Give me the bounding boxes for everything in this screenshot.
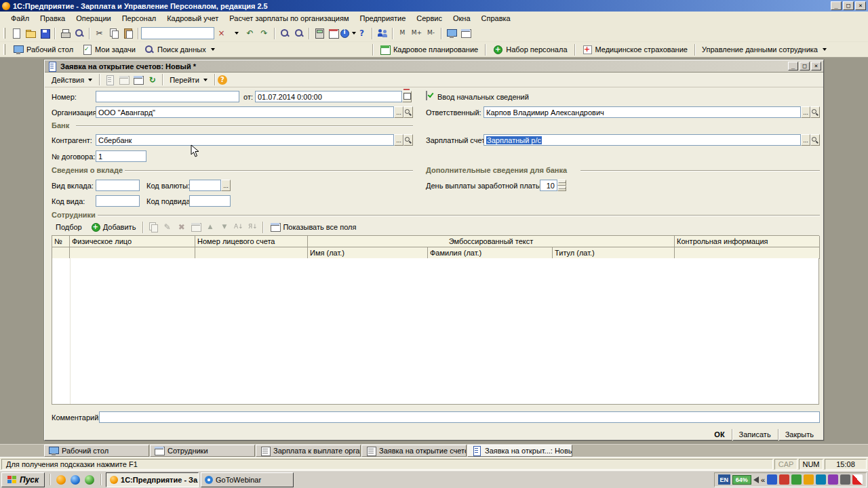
responsible-input[interactable] [484,106,801,118]
find-next-icon[interactable] [292,26,306,41]
help-icon[interactable]: ? [355,26,369,41]
menu-edit[interactable]: Правка [35,12,71,24]
close-doc-button[interactable]: Закрыть [781,429,818,440]
menu-hr-accounting[interactable]: Кадровый учет [161,12,224,24]
number-input[interactable] [96,91,239,102]
tab-desktop[interactable]: Рабочий стол [44,445,149,457]
menu-personnel[interactable]: Персонал [117,12,162,24]
move-down-icon[interactable]: ▼ [217,220,231,235]
salary-account-open-button[interactable] [810,134,820,146]
kind-code-input[interactable] [96,195,140,207]
tray-icon-4[interactable] [804,474,814,485]
payday-spinner[interactable] [557,180,566,191]
print-icon[interactable] [58,26,72,41]
contragent-input[interactable] [96,134,394,146]
new-document-icon[interactable] [9,26,23,41]
organization-select-button[interactable]: ... [394,106,403,118]
initial-data-checkbox[interactable] [426,91,427,100]
col-num[interactable]: № [52,236,70,247]
tab-salary-payout[interactable]: Зарплата к выплате органи... [256,445,361,457]
quick-search-input[interactable] [141,27,214,39]
start-button[interactable]: Пуск [1,472,45,487]
desktop-button[interactable]: Рабочий стол [9,43,77,56]
tab-account-requests[interactable]: Заявка на открытие счетов [361,445,467,457]
salary-account-input[interactable]: Зарплатный р/с [484,134,801,146]
pick-button[interactable]: Подбор [52,222,86,232]
calculator-icon[interactable] [312,26,326,41]
tray-icon-6[interactable] [828,474,838,485]
volume-icon[interactable] [753,476,759,483]
users-icon[interactable] [375,26,389,41]
sort-desc-icon[interactable]: Я↓ [245,220,260,235]
search-dropdown-icon[interactable] [229,26,243,41]
actions-button[interactable]: Действия [47,75,96,85]
copy-row-icon[interactable] [146,220,160,235]
quicklaunch-1c-icon[interactable] [55,474,67,486]
goto-button[interactable]: Перейти [165,75,212,85]
table-icon[interactable] [117,73,131,87]
add-button[interactable]: Добавить [86,220,140,234]
grid-icon[interactable] [458,26,473,41]
menu-help[interactable]: Справка [476,12,516,24]
copy-icon[interactable] [106,26,121,41]
close-button[interactable]: × [855,1,866,10]
tray-icon-1[interactable] [767,474,777,485]
contract-input[interactable] [96,150,146,162]
toolbar-grip[interactable] [3,44,5,55]
col-name[interactable]: Имя (лат.) [308,247,428,259]
tray-icon-2[interactable] [779,474,789,485]
memory-m-button[interactable]: М [395,26,410,41]
write-button[interactable]: Записать [735,429,775,440]
move-up-icon[interactable]: ▲ [203,220,217,235]
menu-service[interactable]: Сервис [411,12,448,24]
memory-minus-button[interactable]: М- [424,26,438,41]
open-icon[interactable] [23,26,37,41]
monitor-icon[interactable] [444,26,458,41]
data-search-button[interactable]: Поиск данных [140,43,219,56]
save-document-icon[interactable] [102,73,117,87]
ok-button[interactable]: ОК [710,429,728,440]
clear-search-icon[interactable]: × [214,26,229,41]
employees-table-body[interactable] [52,258,819,405]
insurance-button[interactable]: Медицинское страхование [578,43,692,56]
calendar-icon[interactable] [326,26,340,41]
language-indicator[interactable]: EN [718,474,730,485]
tab-account-request-new[interactable]: Заявка на открыт...: Новый * [467,445,572,457]
menu-windows[interactable]: Окна [448,12,476,24]
col-title[interactable]: Титул (лат.) [553,247,675,259]
row-grid-icon[interactable] [189,220,203,235]
battery-indicator[interactable]: 64% [732,475,751,485]
tray-icon-3[interactable] [791,474,802,485]
quicklaunch-browser-icon[interactable] [69,474,81,486]
toolbar-grip[interactable] [3,28,5,39]
find-icon[interactable] [277,26,292,41]
col-surname[interactable]: Фамилия (лат.) [428,247,553,259]
refresh-icon[interactable]: ↻ [145,73,159,87]
task-1c-button[interactable]: 1С:Предприятие - За... [106,472,199,487]
help-circle-icon[interactable]: ? [218,75,227,85]
paste-icon[interactable] [121,26,135,41]
memory-plus-button[interactable]: М+ [410,26,424,41]
comment-input[interactable] [99,411,820,423]
delete-row-icon[interactable]: ✖ [174,220,189,235]
salary-account-select-button[interactable]: ... [801,134,810,146]
tray-icon-8[interactable] [852,474,863,485]
minimize-button[interactable]: _ [831,1,842,10]
redo-icon[interactable]: ↷ [257,26,271,41]
maximize-button[interactable]: □ [843,1,854,10]
task-gotowebinar-button[interactable]: GoToWebinar [201,472,294,487]
organization-open-button[interactable] [403,106,413,118]
doc-close-button[interactable]: × [811,62,821,70]
responsible-select-button[interactable]: ... [801,106,810,118]
sort-asc-icon[interactable]: А↓ [231,220,245,235]
hr-planning-button[interactable]: Кадровое планирование [376,43,482,56]
col-emboss[interactable]: Эмбоссированный текст [308,236,675,247]
col-account[interactable]: Номер лицевого счета [195,236,308,247]
deposit-kind-input[interactable] [96,180,140,191]
show-all-fields-button[interactable]: Показывать все поля [266,220,360,234]
menu-file[interactable]: Файл [5,12,35,24]
menu-payroll[interactable]: Расчет зарплаты по организациям [224,12,354,24]
edit-row-icon[interactable]: ✎ [160,220,174,235]
doc-minimize-button[interactable]: _ [788,62,798,70]
recruitment-button[interactable]: Набор персонала [488,43,571,56]
